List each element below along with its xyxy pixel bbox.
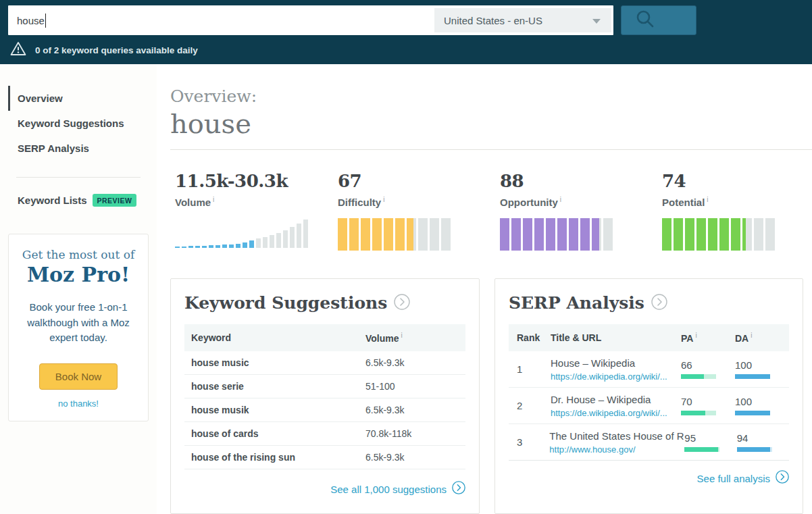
- info-icon[interactable]: i: [751, 332, 752, 339]
- metric-opportunity: 88 Opportunityi: [500, 171, 662, 251]
- difficulty-meter: [338, 218, 451, 251]
- volume-histogram-bar: [188, 246, 193, 248]
- column-header-volume: Volume: [365, 333, 399, 344]
- column-header-title-url: Title & URL: [551, 332, 681, 343]
- chevron-circle-icon[interactable]: [394, 294, 410, 313]
- divider: [170, 149, 812, 150]
- warning-icon: [10, 41, 26, 59]
- column-header-rank: Rank: [509, 332, 551, 343]
- volume-histogram-bar: [283, 230, 288, 248]
- pa-value: 95: [684, 432, 736, 444]
- volume-cell: 6.5k-9.3k: [365, 357, 465, 368]
- volume-histogram-bar: [290, 227, 295, 248]
- table-row: house musik6.5k-9.3k: [184, 399, 465, 422]
- book-now-button[interactable]: Book Now: [39, 363, 118, 390]
- table-row: 3The United States House of R...http://w…: [509, 424, 789, 461]
- moz-pro-promo-card: Get the most out of Moz Pro! Book your f…: [8, 234, 149, 421]
- keyword-cell: house musik: [184, 405, 365, 415]
- volume-cell: 51-100: [365, 381, 465, 392]
- volume-cell: 70.8k-118k: [365, 428, 465, 439]
- keyword-suggestions-title: Keyword Suggestions: [184, 293, 387, 313]
- serp-analysis-card: SERP Analysis Rank Title & URL PAi DAi 1…: [494, 278, 803, 514]
- column-header-pa: PA: [681, 333, 693, 344]
- volume-histogram-bar: [209, 245, 213, 248]
- da-value: 100: [735, 359, 789, 371]
- see-full-analysis-link[interactable]: See full analysis: [509, 470, 789, 486]
- difficulty-label: Difficulty: [338, 197, 381, 208]
- text-cursor: [45, 14, 46, 28]
- serp-analysis-table: 1House – Wikipediahttps://de.wikipedia.o…: [509, 351, 789, 461]
- search-button[interactable]: [621, 5, 696, 35]
- potential-value: 74: [662, 171, 812, 191]
- locale-select[interactable]: United States - en-US: [434, 8, 611, 32]
- preview-badge: PREVIEW: [93, 194, 137, 207]
- keyword-cell: house serie: [184, 381, 365, 392]
- table-row: house serie51-100: [184, 375, 465, 399]
- potential-label: Potential: [662, 197, 705, 208]
- pa-value: 70: [681, 396, 735, 407]
- pa-bar: [684, 447, 719, 452]
- info-icon[interactable]: i: [560, 196, 561, 203]
- volume-histogram-bar: [303, 220, 308, 248]
- rank-cell: 1: [509, 363, 551, 375]
- keyword-lists-label: Keyword Lists: [18, 195, 87, 206]
- sidebar-item-keyword-lists[interactable]: Keyword Lists PREVIEW: [18, 194, 157, 207]
- info-icon[interactable]: i: [383, 196, 384, 203]
- page-title-keyword: house: [170, 108, 812, 139]
- volume-histogram-bar: [249, 240, 254, 248]
- page-title-eyebrow: Overview:: [170, 86, 812, 106]
- keyword-suggestions-table: house music6.5k-9.3khouse serie51-100hou…: [184, 351, 465, 469]
- pa-value: 66: [681, 359, 735, 371]
- result-title: The United States House of R...: [549, 430, 684, 442]
- info-icon[interactable]: i: [695, 332, 696, 339]
- result-title: Dr. House – Wikipedia: [551, 394, 681, 405]
- promo-body-text: Book your free 1-on-1 walkthough with a …: [22, 300, 134, 346]
- column-header-da: DA: [735, 333, 748, 344]
- volume-histogram-bar: [276, 233, 281, 248]
- volume-histogram-bar: [182, 247, 186, 248]
- metric-volume: 11.5k-30.3k Volumei: [170, 171, 338, 251]
- see-all-suggestions-link[interactable]: See all 1,000 suggestions: [184, 481, 465, 497]
- result-url-link[interactable]: http://www.house.gov/: [549, 444, 684, 455]
- chevron-circle-icon: [452, 481, 465, 497]
- difficulty-value: 67: [338, 171, 500, 191]
- quota-warning-text: 0 of 2 keyword queries available daily: [35, 45, 198, 55]
- metric-potential: 74 Potentiali: [662, 171, 812, 251]
- no-thanks-link[interactable]: no thanks!: [18, 399, 138, 409]
- info-icon[interactable]: i: [707, 196, 708, 203]
- keyword-cell: house of the rising sun: [184, 452, 365, 463]
- info-icon[interactable]: i: [401, 332, 403, 339]
- potential-meter: [662, 218, 775, 251]
- keyword-suggestions-card: Keyword Suggestions Keyword Volumei hous…: [170, 278, 480, 514]
- da-bar: [735, 374, 770, 379]
- sidebar-item-serp-analysis[interactable]: SERP Analysis: [8, 136, 157, 161]
- result-url-link[interactable]: https://de.wikipedia.org/wiki/...: [551, 408, 681, 418]
- chevron-circle-icon: [776, 470, 789, 486]
- moz-keyword-explorer-page: house United States - en-US: [0, 0, 812, 514]
- chevron-circle-icon[interactable]: [651, 294, 667, 313]
- volume-histogram-bar: [175, 247, 180, 248]
- quota-warning: 0 of 2 keyword queries available daily: [8, 41, 804, 59]
- volume-histogram-bar: [195, 246, 200, 248]
- opportunity-value: 88: [500, 171, 662, 191]
- volume-value: 11.5k-30.3k: [175, 171, 338, 191]
- main-content: Overview: house 11.5k-30.3k Volumei 67 D…: [157, 64, 812, 514]
- keyword-suggestions-header: Keyword Volumei: [184, 324, 465, 351]
- sidebar-item-overview[interactable]: Overview: [8, 86, 157, 111]
- volume-cell: 6.5k-9.3k: [365, 405, 465, 415]
- sidebar-item-keyword-suggestions[interactable]: Keyword Suggestions: [8, 111, 157, 136]
- da-bar: [735, 411, 770, 415]
- chevron-down-icon: [592, 19, 601, 24]
- search-input[interactable]: house United States - en-US: [8, 5, 613, 35]
- info-icon[interactable]: i: [213, 196, 214, 203]
- sidebar-nav: OverviewKeyword SuggestionsSERP Analysis: [0, 86, 157, 161]
- sidebar-divider: [16, 177, 141, 178]
- volume-histogram-bar: [236, 244, 240, 248]
- volume-histogram-bar: [263, 237, 268, 248]
- result-url-link[interactable]: https://de.wikipedia.org/wiki/...: [551, 371, 681, 382]
- volume-histogram-bar: [243, 242, 247, 248]
- serp-analysis-title: SERP Analysis: [509, 293, 644, 313]
- pa-bar: [681, 411, 716, 415]
- keyword-cell: house of cards: [184, 428, 365, 439]
- volume-histogram-bar: [222, 245, 227, 248]
